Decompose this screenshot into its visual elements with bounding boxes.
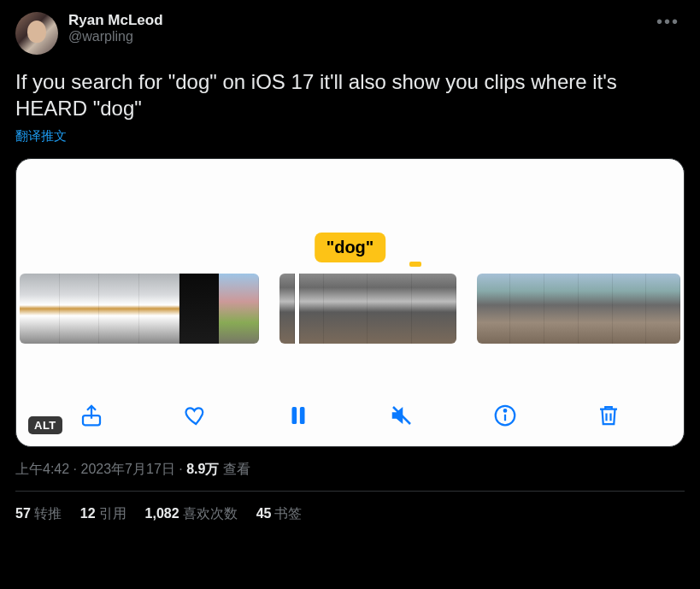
timeline-frame [613, 274, 647, 344]
tweet-container: Ryan McLeod @warpling ••• If you search … [0, 0, 700, 523]
likes-stat[interactable]: 1,082喜欢次数 [145, 505, 238, 523]
pause-icon[interactable] [285, 402, 312, 429]
timeline-frame [20, 274, 60, 344]
timeline-frame [60, 274, 100, 344]
author-block[interactable]: Ryan McLeod @warpling [68, 12, 651, 44]
media-attachment[interactable]: "dog" [15, 158, 685, 447]
timeline-frame [99, 274, 139, 344]
video-timeline[interactable] [16, 270, 684, 347]
tweet-header: Ryan McLeod @warpling ••• [15, 12, 685, 55]
tweet-text: If you search for "dog" on iOS 17 it'll … [15, 68, 685, 121]
timeline-frame [510, 274, 544, 344]
tweet-time[interactable]: 上午4:42 [15, 462, 69, 476]
retweets-stat[interactable]: 57转推 [15, 505, 62, 523]
alt-badge[interactable]: ALT [28, 416, 62, 434]
bookmarks-stat[interactable]: 45书签 [256, 505, 303, 523]
timeline-frame [544, 274, 579, 344]
clip-group-2[interactable] [279, 274, 456, 344]
author-display-name: Ryan McLeod [68, 12, 651, 29]
views-count: 8.9万 [186, 462, 219, 476]
timeline-frame [646, 274, 680, 344]
timeline-frame [324, 274, 368, 344]
timeline-frame [179, 274, 220, 344]
heart-icon[interactable] [181, 402, 209, 429]
mute-icon[interactable] [388, 402, 415, 429]
media-toolbar [16, 402, 684, 429]
avatar[interactable] [15, 12, 58, 55]
playhead-icon[interactable] [295, 274, 299, 344]
timeline-frame [219, 274, 259, 344]
clip-group-3[interactable] [477, 274, 680, 344]
scrub-marker [409, 262, 421, 267]
views-label: 查看 [223, 462, 250, 476]
search-token-label: "dog" [315, 233, 386, 262]
translate-link[interactable]: 翻译推文 [15, 128, 685, 144]
quotes-stat[interactable]: 12引用 [80, 505, 126, 523]
svg-rect-1 [292, 407, 297, 424]
author-handle: @warpling [68, 29, 651, 44]
tweet-meta: 上午4:42 · 2023年7月17日 · 8.9万 查看 [15, 461, 685, 479]
svg-point-6 [503, 410, 506, 413]
share-icon[interactable] [78, 402, 105, 429]
info-icon[interactable] [491, 402, 519, 429]
more-options-button[interactable]: ••• [651, 12, 685, 32]
timeline-frame [477, 274, 511, 344]
timeline-frame [368, 274, 412, 344]
clip-group-1[interactable] [20, 274, 259, 344]
trash-icon[interactable] [595, 402, 622, 429]
svg-rect-2 [300, 407, 305, 424]
timeline-frame [579, 274, 613, 344]
tweet-stats: 57转推 12引用 1,082喜欢次数 45书签 [15, 492, 685, 523]
timeline-frame [279, 274, 324, 344]
tweet-date[interactable]: 2023年7月17日 [80, 462, 174, 476]
timeline-frame [412, 274, 456, 344]
timeline-frame [139, 274, 179, 344]
